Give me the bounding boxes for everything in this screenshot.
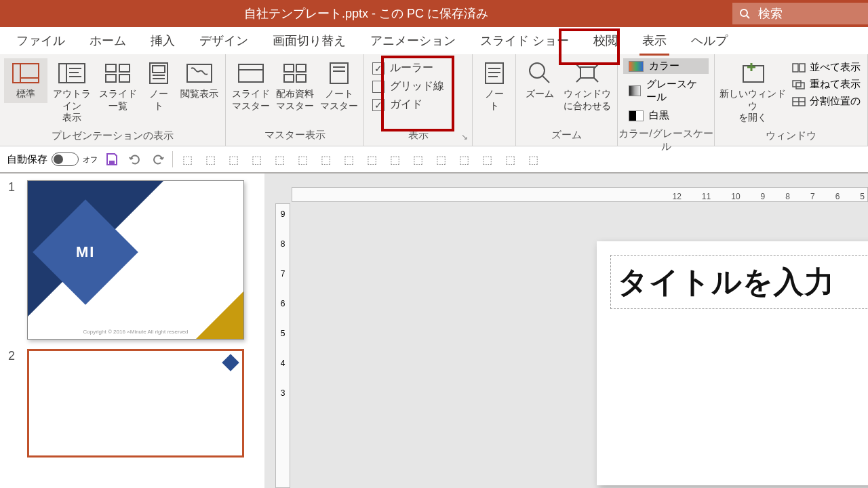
autosave-toggle[interactable]: 自動保存 オフ bbox=[7, 152, 98, 166]
svg-line-33 bbox=[542, 76, 549, 83]
handout-master-button[interactable]: 配布資料 マスター bbox=[274, 58, 315, 115]
qat-tool-14[interactable]: ⬚ bbox=[478, 150, 496, 168]
tab-home[interactable]: ホーム bbox=[87, 28, 129, 53]
tab-review[interactable]: 校閲 bbox=[591, 28, 620, 53]
handout-master-icon bbox=[281, 61, 309, 85]
cascade-icon bbox=[792, 80, 806, 89]
grayscale-button[interactable]: グレースケール bbox=[623, 77, 709, 105]
qat-tool-2[interactable]: ⬚ bbox=[201, 150, 219, 168]
svg-rect-19 bbox=[239, 64, 263, 82]
black-white-button[interactable]: 白黒 bbox=[623, 108, 709, 123]
title-placeholder[interactable]: タイトルを入力 bbox=[610, 255, 868, 309]
svg-rect-22 bbox=[296, 64, 306, 72]
svg-point-0 bbox=[741, 9, 747, 16]
qat-tool-8[interactable]: ⬚ bbox=[340, 150, 357, 168]
work-area: 1 MI Copyright © 2016 ×Minute All right … bbox=[0, 174, 868, 488]
color-button[interactable]: カラー bbox=[623, 58, 709, 74]
qat-tool-12[interactable]: ⬚ bbox=[432, 150, 450, 168]
notes-master-button[interactable]: ノート マスター bbox=[318, 58, 359, 115]
notes-page-icon bbox=[144, 61, 173, 85]
title-bar: 自社テンプレート.pptx - この PC に保存済み 検索 bbox=[0, 0, 868, 27]
undo-icon bbox=[128, 152, 142, 166]
arrange-icon bbox=[792, 63, 806, 73]
fit-window-icon bbox=[573, 61, 601, 85]
gridlines-checkbox[interactable]: グリッド線 bbox=[372, 79, 444, 94]
thumbnail-number: 1 bbox=[8, 180, 20, 340]
redo-icon bbox=[151, 152, 165, 166]
ruler-checkbox[interactable]: ルーラー bbox=[372, 61, 444, 75]
ribbon-tabs: ファイル ホーム 挿入 デザイン 画面切り替え アニメーション スライド ショー… bbox=[0, 27, 868, 54]
move-split-button[interactable]: 分割位置の bbox=[789, 94, 863, 109]
normal-view-button[interactable]: 標準 bbox=[4, 58, 47, 103]
group-label-color-grayscale: カラー/グレースケール bbox=[618, 125, 714, 157]
dialog-launcher-icon[interactable]: ↘ bbox=[461, 132, 468, 142]
group-label-master-views: マスター表示 bbox=[226, 126, 363, 146]
guides-checkbox[interactable]: ガイド bbox=[372, 98, 444, 112]
outline-view-icon bbox=[58, 61, 86, 85]
reading-view-button[interactable]: 閲覧表示 bbox=[178, 58, 221, 103]
ribbon: 標準 アウトライン 表示 スライド 一覧 ノー ト 閲覧表示 プレゼンテーション… bbox=[0, 54, 868, 146]
redo-button[interactable] bbox=[149, 150, 167, 168]
qat-tool-7[interactable]: ⬚ bbox=[317, 150, 334, 168]
group-show: ルーラー グリッド線 ガイド 表示↘ bbox=[364, 54, 473, 146]
search-placeholder: 検索 bbox=[758, 5, 783, 22]
svg-rect-10 bbox=[106, 64, 116, 72]
qat-tool-16[interactable]: ⬚ bbox=[524, 150, 542, 168]
svg-rect-23 bbox=[284, 75, 294, 82]
tab-insert[interactable]: 挿入 bbox=[148, 28, 178, 53]
toggle-off-icon bbox=[52, 152, 79, 166]
arrange-all-button[interactable]: 並べて表示 bbox=[789, 60, 863, 75]
tab-transitions[interactable]: 画面切り替え bbox=[270, 28, 349, 53]
notes-button[interactable]: ノー ト bbox=[477, 58, 511, 115]
qat-tool-6[interactable]: ⬚ bbox=[294, 150, 311, 168]
group-zoom: ズーム ウィンドウ に合わせる ズーム bbox=[516, 54, 618, 146]
qat-tool-4[interactable]: ⬚ bbox=[248, 150, 265, 168]
qat-tool-1[interactable]: ⬚ bbox=[178, 150, 196, 168]
tab-view[interactable]: 表示 bbox=[639, 28, 669, 53]
cascade-button[interactable]: 重ねて表示 bbox=[789, 77, 863, 92]
checkbox-checked-icon bbox=[372, 99, 384, 111]
svg-rect-12 bbox=[106, 75, 116, 82]
slide-thumbnail-1[interactable]: MI Copyright © 2016 ×Minute All right re… bbox=[27, 180, 244, 340]
group-label-show: 表示↘ bbox=[364, 126, 472, 146]
group-label-window: ウィンドウ bbox=[715, 127, 867, 146]
new-window-button[interactable]: 新しいウィンドウ を開く bbox=[719, 58, 787, 127]
qat-tool-5[interactable]: ⬚ bbox=[271, 150, 288, 168]
qat-tool-11[interactable]: ⬚ bbox=[409, 150, 427, 168]
vertical-ruler[interactable]: 9876543 bbox=[275, 203, 290, 488]
fit-window-button[interactable]: ウィンドウ に合わせる bbox=[561, 58, 613, 115]
horizontal-ruler[interactable]: 12111098765 bbox=[292, 187, 868, 202]
slide-canvas[interactable]: タイトルを入力 bbox=[597, 241, 868, 485]
tab-design[interactable]: デザイン bbox=[197, 28, 251, 53]
outline-view-button[interactable]: アウトライン 表示 bbox=[50, 58, 94, 127]
qat-tool-3[interactable]: ⬚ bbox=[224, 150, 242, 168]
svg-rect-39 bbox=[800, 64, 805, 72]
svg-rect-34 bbox=[580, 67, 594, 78]
zoom-button[interactable]: ズーム bbox=[520, 58, 559, 103]
undo-button[interactable] bbox=[126, 150, 144, 168]
svg-rect-45 bbox=[109, 161, 115, 164]
svg-rect-35 bbox=[743, 66, 764, 82]
tab-slideshow[interactable]: スライド ショー bbox=[477, 28, 572, 53]
svg-rect-25 bbox=[330, 63, 348, 83]
qat-tool-15[interactable]: ⬚ bbox=[501, 150, 519, 168]
thumbnail-row-1: 1 MI Copyright © 2016 ×Minute All right … bbox=[8, 180, 256, 340]
tab-animations[interactable]: アニメーション bbox=[368, 28, 458, 53]
search-box[interactable]: 検索 bbox=[732, 3, 868, 24]
save-button[interactable] bbox=[103, 150, 121, 168]
svg-line-1 bbox=[747, 16, 749, 18]
checkbox-checked-icon bbox=[372, 62, 384, 75]
tab-help[interactable]: ヘルプ bbox=[688, 28, 730, 53]
tab-file[interactable]: ファイル bbox=[14, 28, 68, 53]
slide-thumbnail-2[interactable] bbox=[27, 349, 244, 458]
svg-rect-38 bbox=[793, 64, 798, 72]
svg-rect-40 bbox=[793, 81, 801, 87]
qat-tool-13[interactable]: ⬚ bbox=[455, 150, 473, 168]
qat-tool-10[interactable]: ⬚ bbox=[386, 150, 403, 168]
slide-sorter-button[interactable]: スライド 一覧 bbox=[96, 58, 140, 115]
svg-rect-13 bbox=[119, 75, 130, 82]
slide-master-button[interactable]: スライド マスター bbox=[230, 58, 271, 115]
notes-page-button[interactable]: ノー ト bbox=[142, 58, 175, 115]
qat-tool-9[interactable]: ⬚ bbox=[363, 150, 380, 168]
slide-master-icon bbox=[237, 61, 265, 85]
